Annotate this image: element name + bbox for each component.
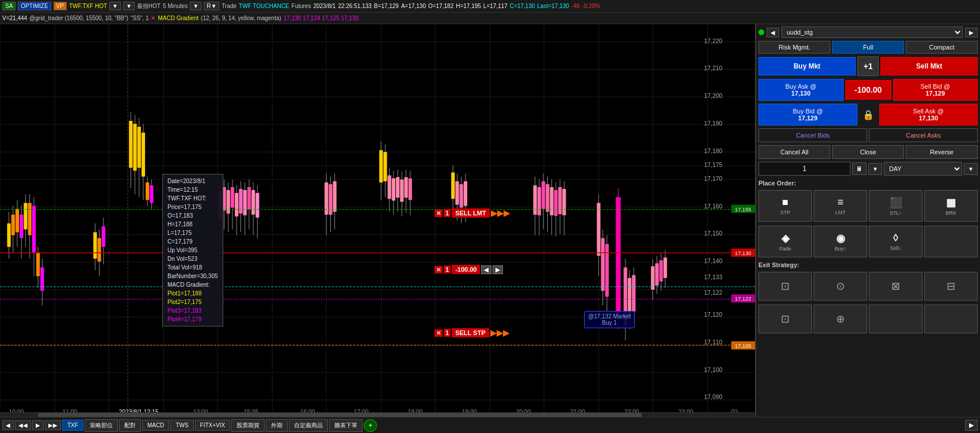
tab-match[interactable]: 配對 [119,419,141,432]
strategy-prev-btn[interactable]: ◀ [767,28,779,37]
vp-button[interactable]: VP [54,2,67,10]
exit-icon-7[interactable] [869,305,922,333]
risk-mgmt-button[interactable]: Risk Mgmt. [758,41,830,54]
svg-rect-33 [12,215,15,236]
chart-area[interactable]: 10:00 11:00 2023/8/1 12:15 13:00 15:05 1… [0,24,756,417]
close-button[interactable]: Close [832,145,904,159]
tooltip-time: Time=12:15 [167,185,218,194]
loss-order[interactable]: ✕ 1 -100.00 ◀ ▶ [434,265,503,274]
extra-order-btn[interactable] [924,226,978,257]
tab-foreign[interactable]: 外期 [266,419,288,432]
qty-arrow-btn[interactable]: ▼ [868,163,882,175]
exit-icon-2-symbol: ⊙ [836,280,845,293]
expand-btn[interactable]: ▼ [109,2,121,10]
control-row: Cancel All Close Reverse [758,145,978,159]
svg-text:17,175: 17,175 [704,162,723,168]
loss-adj-btn2[interactable]: ▶ [493,265,503,274]
sell-mkt-button[interactable]: Sell Mkt [880,57,978,75]
expand-btn2[interactable]: ▼ [123,2,135,10]
sell-lmt-cancel[interactable]: ✕ [434,210,443,217]
qty-input[interactable]: 1 [758,162,851,176]
sell-bid-button[interactable]: Sell Bid @ 17,129 [893,79,978,101]
bottom-right-arrow[interactable]: ▶ [965,420,978,431]
scrollbar-thumb[interactable] [38,413,642,417]
compact-button[interactable]: Compact [906,41,978,54]
sell-ask-button[interactable]: Sell Ask @ 17,130 [879,104,978,126]
svg-rect-139 [616,197,620,314]
buy-mkt-button[interactable]: Buy Mkt [758,57,856,75]
account-label: @grid_trader (16500, 15500, 10, "BB") [29,15,128,21]
sell-lmt-order[interactable]: ✕ 1 SELL LMT ▶▶▶ [434,208,510,218]
exit-icon-grid-2: ⊡ ⊕ [758,305,978,333]
tab-chart-order[interactable]: 圖表下單 [329,419,363,432]
tooltip-symbol: TWF.TXF HOT: [167,194,218,203]
day-arrow-btn[interactable]: ▼ [964,163,978,175]
tooltip-high: H=17,188 [167,220,218,229]
exit-icon-5[interactable]: ⊡ [758,305,812,333]
chart-scrollbar[interactable] [0,412,755,417]
buy-up-order-btn[interactable]: ◉ Buy↑ [814,226,867,257]
svg-rect-135 [601,238,604,291]
tab-txf[interactable]: TXF [62,420,83,431]
exit-icon-8[interactable] [924,305,978,333]
svg-rect-129 [558,187,562,214]
day-dropdown[interactable]: DAY [884,162,962,176]
optimize-button[interactable]: OPTIMIZE [18,2,51,10]
buy-bid-button[interactable]: Buy Bid @ 17,129 [758,104,857,126]
tooltip-price: Price=17,175 [167,203,218,211]
cancel-asks-button[interactable]: Cancel Asks [869,128,978,142]
lock-icon: 🔒 [859,104,878,126]
exit-icon-6[interactable]: ⊕ [814,305,867,333]
full-button[interactable]: Full [832,41,904,54]
chart-svg: 10:00 11:00 2023/8/1 12:15 13:00 15:05 1… [0,24,755,417]
exit-icon-3[interactable]: ⊠ [869,272,922,301]
lmt-order-btn[interactable]: ≡ LMT [814,190,867,222]
tf-dropdown[interactable]: ▼ [190,2,201,10]
svg-rect-49 [93,232,97,259]
svg-rect-0 [0,24,755,417]
center-price-display: -100.00 [845,80,891,100]
buy-ask-button[interactable]: Buy Ask @ 17,130 [758,79,844,101]
strategy-dropdown[interactable]: uudd_stg [781,26,963,38]
add-tab-button[interactable]: + [364,419,377,432]
strategy-next-btn[interactable]: ▶ [965,28,978,37]
exit-icon-2[interactable]: ⊙ [814,272,867,301]
reverse-button[interactable]: Reverse [906,145,978,159]
stl-order-btn[interactable]: ⬛ STL↑ [869,190,922,222]
sell-stp-order[interactable]: ✕ 1 SELL STP ▶▶▶ [434,328,509,337]
nav-end-btn[interactable]: ▶▶ [45,420,61,430]
tab-stock-futures[interactable]: 股票期貨 [231,419,265,432]
product-label: Futures [292,3,311,9]
exit-icon-4[interactable]: ⊟ [924,272,978,301]
plus-one-button[interactable]: +1 [857,56,879,76]
time-label: 22:26:51.133 [338,3,371,9]
svg-text:17,155: 17,155 [735,207,751,212]
trade-type-btn[interactable]: R▼ [204,2,219,10]
tab-strategy[interactable]: 策略部位 [85,419,118,432]
tab-tws[interactable]: TWS [170,420,193,431]
stp-order-btn[interactable]: ■ STP [758,190,812,222]
loss-cancel[interactable]: ✕ [434,266,443,274]
brk-order-btn[interactable]: ▦ BRK [924,190,978,222]
nav-prev-btn[interactable]: ◀ [2,420,14,430]
loss-adj-btn[interactable]: ◀ [481,265,491,274]
sa-button[interactable]: SA [2,2,16,10]
fade-order-btn[interactable]: ◈ Fade [758,226,812,257]
tab-fitx-vix[interactable]: FITX+VIX [195,420,231,431]
nav-forward-btn[interactable]: ▶ [32,420,44,430]
svg-rect-125 [550,187,554,215]
qty-calc-button[interactable]: 🖩 [852,162,867,175]
tooltip-close: C=17,179 [167,237,218,246]
cancel-all-button[interactable]: Cancel All [758,145,830,159]
sell-bid-price: 17,129 [925,90,945,97]
tab-macd[interactable]: MACD [142,420,169,431]
nav-rewind-btn[interactable]: ◀◀ [15,420,31,430]
brk-icon: ▦ [946,196,956,209]
tab-custom[interactable]: 自定義商品 [289,419,328,432]
cancel-bids-button[interactable]: Cancel Bids [758,128,867,142]
exit-icon-1[interactable]: ⊡ [758,272,812,301]
exit-icon-4-symbol: ⊟ [947,280,955,293]
svg-rect-103 [400,180,403,202]
sell-down-order-btn[interactable]: ◊ Sell↓ [869,226,922,257]
sell-stp-cancel[interactable]: ✕ [434,329,443,337]
